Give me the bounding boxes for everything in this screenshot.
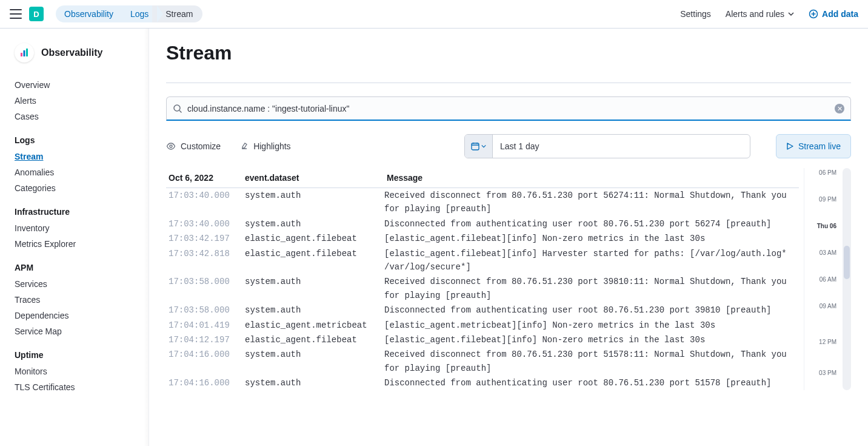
sidebar-title: Observability <box>41 47 102 58</box>
query-bar[interactable]: ✕ <box>166 96 851 121</box>
log-header: Oct 6, 2022 event.dataset Message <box>166 168 799 188</box>
breadcrumb: ObservabilityLogsStream <box>56 5 202 22</box>
log-row[interactable]: 17:04:01.419elastic_agent.metricbeat[ela… <box>166 318 799 333</box>
customize-button[interactable]: Customize <box>166 141 221 151</box>
log-cell-dataset: system.auth <box>245 348 384 375</box>
log-rows[interactable]: 17:03:40.000system.authReceived disconne… <box>166 188 799 390</box>
log-header-date: Oct 6, 2022 <box>169 173 245 183</box>
sidebar-item-tls-certificates[interactable]: TLS Certificates <box>0 379 149 395</box>
sidebar-item-traces[interactable]: Traces <box>0 292 149 308</box>
alerts-and-rules-label: Alerts and rules <box>726 9 784 19</box>
topbar-left: D ObservabilityLogsStream <box>10 5 202 22</box>
log-cell-message: [elastic_agent.filebeat][info] Non-zero … <box>384 333 796 346</box>
chevron-down-icon <box>788 11 794 17</box>
log-cell-message: Received disconnect from 80.76.51.230 po… <box>384 275 796 302</box>
log-cell-dataset: system.auth <box>245 303 384 317</box>
log-cell-message: [elastic_agent.filebeat][info] Harvester… <box>384 247 796 274</box>
add-data-link[interactable]: Add data <box>809 9 858 19</box>
observability-logo-icon <box>15 43 34 63</box>
topbar-right: Settings Alerts and rules Add data <box>680 9 858 19</box>
time-ruler[interactable]: 06 PM09 PMThu 0603 AM06 AM09 AM12 PM03 P… <box>804 168 840 390</box>
minimap-scrollbar[interactable] <box>843 168 851 390</box>
log-row[interactable]: 17:03:40.000system.authReceived disconne… <box>166 188 799 217</box>
space-logo[interactable]: D <box>29 7 44 21</box>
page-rule <box>166 83 851 83</box>
sidebar-item-anomalies[interactable]: Anomalies <box>0 164 149 180</box>
sidebar-section-logs: Logs <box>0 124 149 149</box>
page-title: Stream <box>166 42 851 64</box>
topbar: D ObservabilityLogsStream Settings Alert… <box>0 0 868 29</box>
sidebar-item-dependencies[interactable]: Dependencies <box>0 308 149 323</box>
log-cell-time: 17:03:40.000 <box>169 217 245 231</box>
log-cell-time: 17:03:40.000 <box>169 189 245 216</box>
settings-link[interactable]: Settings <box>680 9 711 19</box>
svg-rect-3 <box>26 49 28 56</box>
ruler-tick: Thu 06 <box>817 223 836 229</box>
sidebar-header[interactable]: Observability <box>0 41 149 75</box>
log-cell-time: 17:03:58.000 <box>169 303 245 317</box>
sidebar-item-categories[interactable]: Categories <box>0 180 149 196</box>
customize-label: Customize <box>181 141 221 151</box>
sidebar-item-service-map[interactable]: Service Map <box>0 323 149 339</box>
breadcrumb-link[interactable]: Observability <box>56 5 123 22</box>
sidebar-section-infrastructure: Infrastructure <box>0 196 149 220</box>
eye-icon <box>166 143 176 150</box>
log-row[interactable]: 17:03:58.000system.authReceived disconne… <box>166 274 799 303</box>
log-cell-time: 17:04:01.419 <box>169 319 245 332</box>
sidebar-section-uptime: Uptime <box>0 339 149 363</box>
add-data-label: Add data <box>822 9 858 19</box>
sidebar-item-cases[interactable]: Cases <box>0 109 149 124</box>
sidebar-item-services[interactable]: Services <box>0 276 149 292</box>
log-cell-dataset: system.auth <box>245 376 384 390</box>
log-row[interactable]: 17:04:12.197elastic_agent.filebeat[elast… <box>166 333 799 347</box>
hamburger-menu-icon[interactable] <box>10 8 22 20</box>
clear-icon[interactable]: ✕ <box>835 104 844 113</box>
log-row[interactable]: 17:04:16.000system.authReceived disconne… <box>166 347 799 376</box>
ruler-tick: 03 AM <box>820 249 836 256</box>
log-header-message: Message <box>384 173 796 183</box>
log-cell-message: [elastic_agent.metricbeat][info] Non-zer… <box>384 319 796 332</box>
time-range-label: Last 1 day <box>493 135 750 158</box>
log-cell-message: Disconnected from authenticating user ro… <box>384 217 796 231</box>
search-input[interactable] <box>187 104 835 113</box>
stream-live-button[interactable]: Stream live <box>776 134 851 158</box>
log-row[interactable]: 17:04:16.000system.authDisconnected from… <box>166 376 799 390</box>
log-cell-message: [elastic_agent.filebeat][info] Non-zero … <box>384 232 796 245</box>
sidebar-section-apm: APM <box>0 252 149 276</box>
alerts-and-rules-link[interactable]: Alerts and rules <box>726 9 794 19</box>
ruler-tick: 06 PM <box>819 169 836 176</box>
log-area: Oct 6, 2022 event.dataset Message 17:03:… <box>166 168 851 390</box>
log-row[interactable]: 17:03:42.197elastic_agent.filebeat[elast… <box>166 231 799 246</box>
svg-point-4 <box>174 105 180 111</box>
svg-point-5 <box>170 145 172 147</box>
log-cell-time: 17:03:42.197 <box>169 232 245 245</box>
sidebar-item-monitors[interactable]: Monitors <box>0 363 149 379</box>
sidebar-item-metrics-explorer[interactable]: Metrics Explorer <box>0 236 149 252</box>
ruler-tick: 09 AM <box>820 303 836 309</box>
play-icon <box>786 143 793 150</box>
log-row[interactable]: 17:03:58.000system.authDisconnected from… <box>166 303 799 317</box>
calendar-icon[interactable] <box>465 135 493 158</box>
toolbar: Customize Highlights Last 1 day <box>166 134 851 158</box>
ruler-tick: 09 PM <box>819 196 836 203</box>
log-row[interactable]: 17:03:42.818elastic_agent.filebeat[elast… <box>166 246 799 275</box>
sidebar-item-overview[interactable]: Overview <box>0 77 149 93</box>
ruler-tick: 12 PM <box>819 338 836 345</box>
ruler-tick: 03 PM <box>819 370 836 376</box>
log-cell-time: 17:03:58.000 <box>169 275 245 302</box>
ruler-tick: 06 AM <box>820 276 836 283</box>
stream-live-label: Stream live <box>798 141 841 151</box>
sidebar-item-stream[interactable]: Stream <box>0 149 149 164</box>
time-range-selector[interactable]: Last 1 day <box>464 134 750 158</box>
log-cell-message: Disconnected from authenticating user ro… <box>384 376 796 390</box>
highlight-icon <box>240 142 249 150</box>
log-row[interactable]: 17:03:40.000system.authDisconnected from… <box>166 217 799 231</box>
log-header-dataset: event.dataset <box>245 173 384 183</box>
sidebar-item-alerts[interactable]: Alerts <box>0 93 149 109</box>
highlights-button[interactable]: Highlights <box>240 141 290 151</box>
svg-rect-6 <box>472 143 479 150</box>
log-cell-dataset: elastic_agent.metricbeat <box>245 319 384 332</box>
log-cell-message: Disconnected from authenticating user ro… <box>384 303 796 317</box>
sidebar-item-inventory[interactable]: Inventory <box>0 220 149 236</box>
plus-in-circle-icon <box>809 9 818 19</box>
